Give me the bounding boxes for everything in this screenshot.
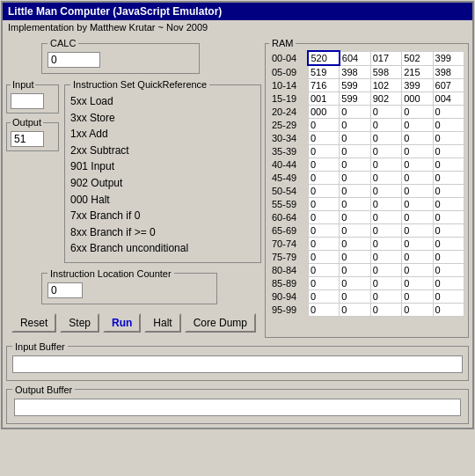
ram-cell[interactable]: 0 — [402, 224, 433, 238]
ram-cell[interactable]: 0 — [340, 224, 370, 238]
ram-cell[interactable]: 0 — [402, 119, 433, 132]
ram-cell[interactable]: 0 — [370, 158, 401, 172]
ram-cell[interactable]: 0 — [308, 198, 339, 211]
ram-cell[interactable]: 000 — [402, 92, 433, 106]
ram-cell[interactable]: 0 — [433, 224, 464, 238]
ram-cell[interactable]: 0 — [370, 119, 401, 132]
ram-cell[interactable]: 0 — [340, 290, 370, 304]
ram-cell[interactable]: 0 — [402, 198, 433, 211]
ram-cell[interactable]: 0 — [370, 172, 401, 185]
ram-cell[interactable]: 0 — [308, 185, 339, 198]
ram-cell[interactable]: 0 — [433, 238, 464, 251]
ram-cell[interactable]: 519 — [308, 65, 339, 79]
ram-cell[interactable]: 0 — [340, 132, 370, 145]
core-dump-button[interactable]: Core Dump — [185, 313, 256, 333]
ram-cell[interactable]: 0 — [340, 277, 370, 290]
ram-cell[interactable]: 0 — [340, 251, 370, 264]
ram-cell[interactable]: 0 — [370, 198, 401, 211]
ram-cell[interactable]: 0 — [402, 277, 433, 290]
ram-cell[interactable]: 0 — [433, 304, 464, 317]
ram-cell[interactable]: 017 — [370, 51, 401, 65]
ram-cell[interactable]: 502 — [402, 51, 433, 65]
ram-cell[interactable]: 0 — [370, 145, 401, 158]
ram-cell[interactable]: 902 — [370, 92, 401, 106]
ram-cell[interactable]: 0 — [402, 158, 433, 172]
ram-cell[interactable]: 0 — [308, 132, 339, 145]
input-field[interactable] — [11, 93, 44, 109]
ram-cell[interactable]: 599 — [340, 79, 370, 92]
ram-cell[interactable]: 0 — [402, 211, 433, 224]
ram-cell[interactable]: 0 — [433, 264, 464, 277]
ram-cell[interactable]: 0 — [370, 251, 401, 264]
ram-cell[interactable]: 399 — [402, 79, 433, 92]
ram-cell[interactable]: 0 — [340, 264, 370, 277]
ram-cell[interactable]: 0 — [402, 238, 433, 251]
ram-cell[interactable]: 0 — [308, 264, 339, 277]
ram-cell[interactable]: 102 — [370, 79, 401, 92]
ram-cell[interactable]: 716 — [308, 79, 339, 92]
reset-button[interactable]: Reset — [11, 313, 56, 333]
ram-cell[interactable]: 599 — [340, 92, 370, 106]
ram-cell[interactable]: 607 — [433, 79, 464, 92]
ram-cell[interactable]: 0 — [433, 158, 464, 172]
ram-cell[interactable]: 215 — [402, 65, 433, 79]
ram-cell[interactable]: 0 — [340, 238, 370, 251]
step-button[interactable]: Step — [60, 313, 99, 333]
ram-cell[interactable]: 0 — [370, 211, 401, 224]
ram-cell[interactable]: 0 — [433, 185, 464, 198]
run-button[interactable]: Run — [103, 313, 141, 333]
ram-cell[interactable]: 0 — [308, 224, 339, 238]
ram-cell[interactable]: 0 — [433, 172, 464, 185]
ram-cell[interactable]: 0 — [402, 185, 433, 198]
ram-cell[interactable]: 0 — [433, 211, 464, 224]
ram-cell[interactable]: 0 — [308, 172, 339, 185]
ram-cell[interactable]: 0 — [433, 145, 464, 158]
ram-cell[interactable]: 0 — [433, 290, 464, 304]
ram-cell[interactable]: 0 — [370, 277, 401, 290]
ram-cell[interactable]: 0 — [433, 277, 464, 290]
ram-cell[interactable]: 0 — [308, 145, 339, 158]
ram-cell[interactable]: 0 — [370, 264, 401, 277]
ram-cell[interactable]: 001 — [308, 92, 339, 106]
ram-cell[interactable]: 520 — [308, 51, 339, 65]
ram-cell[interactable]: 0 — [308, 119, 339, 132]
ram-cell[interactable]: 398 — [433, 65, 464, 79]
ram-cell[interactable]: 0 — [340, 304, 370, 317]
ram-cell[interactable]: 0 — [370, 238, 401, 251]
ram-cell[interactable]: 000 — [308, 106, 339, 119]
input-buffer-field[interactable] — [12, 355, 463, 373]
ram-cell[interactable]: 0 — [340, 172, 370, 185]
ram-cell[interactable]: 398 — [340, 65, 370, 79]
ram-cell[interactable]: 004 — [433, 92, 464, 106]
ram-cell[interactable]: 0 — [370, 132, 401, 145]
halt-button[interactable]: Halt — [144, 313, 180, 333]
ram-cell[interactable]: 604 — [340, 51, 370, 65]
ram-cell[interactable]: 0 — [402, 290, 433, 304]
ram-cell[interactable]: 0 — [402, 251, 433, 264]
ram-cell[interactable]: 0 — [308, 238, 339, 251]
ram-cell[interactable]: 0 — [308, 158, 339, 172]
ram-cell[interactable]: 0 — [402, 172, 433, 185]
ram-cell[interactable]: 0 — [370, 106, 401, 119]
ram-cell[interactable]: 0 — [308, 211, 339, 224]
ram-cell[interactable]: 0 — [308, 290, 339, 304]
ram-cell[interactable]: 0 — [308, 277, 339, 290]
ram-cell[interactable]: 0 — [433, 119, 464, 132]
ram-cell[interactable]: 0 — [370, 290, 401, 304]
ram-cell[interactable]: 0 — [308, 251, 339, 264]
ram-cell[interactable]: 0 — [433, 132, 464, 145]
ram-cell[interactable]: 0 — [340, 158, 370, 172]
ram-cell[interactable]: 0 — [402, 264, 433, 277]
ram-cell[interactable]: 0 — [340, 211, 370, 224]
ram-cell[interactable]: 0 — [433, 198, 464, 211]
ram-cell[interactable]: 0 — [402, 132, 433, 145]
ram-cell[interactable]: 0 — [340, 145, 370, 158]
ram-cell[interactable]: 0 — [370, 185, 401, 198]
ram-cell[interactable]: 0 — [433, 106, 464, 119]
ram-cell[interactable]: 598 — [370, 65, 401, 79]
ram-cell[interactable]: 0 — [370, 224, 401, 238]
ram-cell[interactable]: 399 — [433, 51, 464, 65]
ram-cell[interactable]: 0 — [402, 145, 433, 158]
ram-cell[interactable]: 0 — [402, 106, 433, 119]
ram-cell[interactable]: 0 — [402, 304, 433, 317]
